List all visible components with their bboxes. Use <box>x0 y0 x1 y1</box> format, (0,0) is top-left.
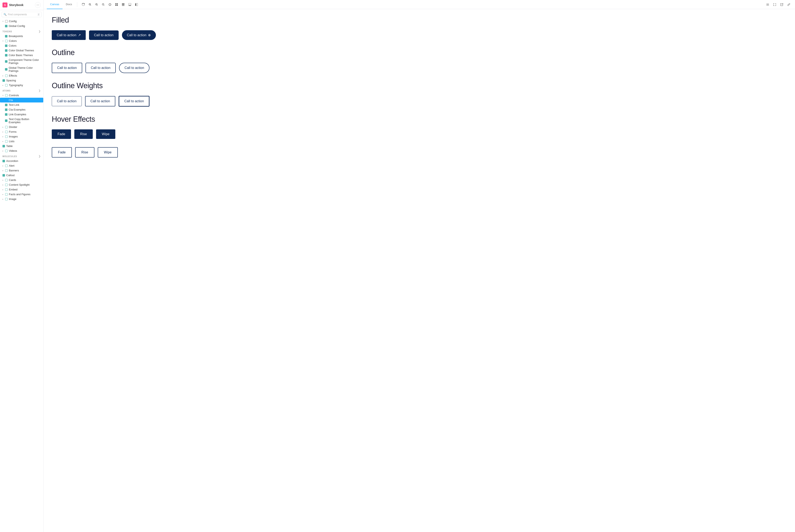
sidebar-item-label: Global Config <box>9 24 25 27</box>
group-icon <box>5 184 8 186</box>
sidebar-item-label: Color Basic Themes <box>9 54 33 57</box>
molecules-toggle[interactable]: ❯ <box>38 155 41 158</box>
section-atoms: ATOMS ❯ <box>0 88 43 93</box>
filled-square-button[interactable]: Call to action ↗ <box>52 30 86 40</box>
arrow-icon: ↗ <box>78 33 81 37</box>
sidebar-item-colors[interactable]: Colors <box>0 43 43 48</box>
refresh-button[interactable] <box>80 2 86 7</box>
sidebar-item-config[interactable]: ▾ Config <box>0 19 43 24</box>
search-shortcut: / <box>37 13 40 16</box>
tokens-toggle[interactable]: ❯ <box>38 30 41 33</box>
sidebar-item-cards[interactable]: ▸ Cards <box>0 177 43 183</box>
component-view-button[interactable] <box>114 2 119 7</box>
sidebar-item-breakpoints[interactable]: Breakpoints <box>0 34 43 38</box>
sidebar-item-banners[interactable]: ▸ Banners <box>0 168 43 173</box>
item-icon <box>2 79 5 82</box>
expand-icon: ▸ <box>2 184 3 186</box>
app-name: Storybook <box>9 3 23 7</box>
sidebar-item-text-link[interactable]: Text Link <box>0 102 43 107</box>
sidebar-item-text-copy-button-examples[interactable]: Text Copy Button Examples <box>0 117 43 125</box>
group-icon <box>5 198 8 201</box>
sidebar-item-color-global-themes[interactable]: Color Global Themes <box>0 48 43 53</box>
outline-rounded-button[interactable]: Call to action <box>86 63 116 73</box>
panel-button[interactable] <box>127 2 133 7</box>
sidebar-item-images[interactable]: ▸ Images <box>0 134 43 139</box>
sidebar-menu-button[interactable]: ··· <box>35 2 41 8</box>
outline-thin-button[interactable]: Call to action <box>52 96 82 106</box>
atoms-toggle[interactable]: ❯ <box>38 89 41 92</box>
sidebar-item-cta-examples[interactable]: Cta Examples <box>0 107 43 112</box>
toolbar-divider <box>77 2 77 7</box>
sidebar-item-alert[interactable]: ▸ Alert <box>0 163 43 168</box>
filled-pill-button[interactable]: Call to action ⊕ <box>122 30 156 40</box>
sidebar-item-link-examples[interactable]: Link Examples <box>0 112 43 117</box>
app-logo: S Storybook <box>2 2 23 7</box>
zoom-out-button[interactable] <box>94 2 99 7</box>
item-icon <box>5 113 7 116</box>
hover-effects-filled-row: Fade Rise Wipe <box>52 129 787 139</box>
item-icon <box>5 54 7 57</box>
outline-pill-button[interactable]: Call to action <box>119 63 150 73</box>
sidebar-item-label: Embed <box>9 188 17 191</box>
sidebar-item-label: Table <box>6 145 13 148</box>
grid-view-button[interactable] <box>120 2 126 7</box>
expand-icon: ▸ <box>2 189 3 191</box>
hover-wipe-filled-button[interactable]: Wipe <box>96 129 115 139</box>
sidebar-item-color-basic-themes[interactable]: Color Basic Themes <box>0 53 43 58</box>
outline-thick-button[interactable]: Call to action <box>119 96 150 107</box>
logo-icon: S <box>2 2 7 7</box>
sidebar-item-image[interactable]: ▸ Image <box>0 197 43 202</box>
sidebar-item-lists[interactable]: ▸ Lists <box>0 139 43 144</box>
sidebar-item-component-theme-color-pairings[interactable]: Component Theme Color Pairings <box>0 58 43 65</box>
tab-canvas[interactable]: Canvas <box>47 0 62 9</box>
hover-fade-filled-button[interactable]: Fade <box>52 129 71 139</box>
svg-rect-4 <box>122 3 125 4</box>
hover-rise-filled-button-label: Rise <box>80 132 87 136</box>
sidebar-item-label: Images <box>9 135 18 138</box>
zoom-in-button[interactable] <box>87 2 93 7</box>
sidebar-item-effects[interactable]: ▸ Effects <box>0 73 43 78</box>
sidebar-item-cta[interactable]: Cta <box>0 98 43 102</box>
sidebar-item-facts-and-figures[interactable]: ▸ Facts and Figures <box>0 192 43 197</box>
svg-rect-11 <box>766 3 769 4</box>
outline-medium-button[interactable]: Call to action <box>85 96 115 107</box>
sidebar-item-label: Breakpoints <box>9 35 23 38</box>
hover-rise-filled-button[interactable]: Rise <box>74 129 93 139</box>
sidebar-item-global-theme-color-pairings[interactable]: Global Theme Color Pairings <box>0 65 43 73</box>
open-new-tab-button[interactable] <box>779 2 784 7</box>
sidebar-item-callout[interactable]: Callout <box>0 173 43 177</box>
sidebar-item-label: Colors <box>9 44 17 47</box>
hover-wipe-outline-button[interactable]: Wipe <box>98 147 118 157</box>
sidebar-item-accordion[interactable]: Accordion <box>0 158 43 163</box>
group-icon <box>5 150 8 152</box>
sidebar-item-spacing[interactable]: Spacing <box>0 78 43 83</box>
expand-icon: ▾ <box>2 40 3 42</box>
filled-rounded-button[interactable]: Call to action <box>89 31 119 40</box>
expand-icon: ▾ <box>2 94 3 96</box>
sidebar-item-global-config[interactable]: Global Config <box>0 24 43 28</box>
sidebar-item-table[interactable]: Table <box>0 144 43 148</box>
fullscreen-button[interactable] <box>772 2 778 7</box>
section-tokens: TOKENS ❯ <box>0 28 43 34</box>
sidebar-item-controls-group[interactable]: ▾ Controls <box>0 93 43 98</box>
zoom-reset-button[interactable] <box>100 2 106 7</box>
sidebar-item-embed[interactable]: ▸ Embed <box>0 187 43 192</box>
sidebar-toggle-button[interactable] <box>765 2 771 7</box>
hover-rise-outline-button[interactable]: Rise <box>75 147 94 157</box>
sidebar-item-videos[interactable]: ▸ Videos <box>0 148 43 153</box>
item-icon <box>5 49 7 52</box>
sidebar-item-forms[interactable]: ▸ Forms <box>0 129 43 134</box>
search-bar[interactable]: 🔍 Find components / <box>2 12 42 17</box>
hover-fade-outline-button[interactable]: Fade <box>52 147 72 157</box>
outline-square-button[interactable]: Call to action <box>52 63 82 73</box>
sidebar-item-divider[interactable]: ▸ Divider <box>0 125 43 129</box>
sidebar-item-typography[interactable]: ▸ Typography <box>0 83 43 88</box>
copy-link-button[interactable] <box>786 2 792 7</box>
hover-rise-outline-button-label: Rise <box>81 151 88 154</box>
layout-button[interactable] <box>134 2 139 7</box>
sidebar-item-content-spotlight[interactable]: ▸ Content Spotlight <box>0 183 43 187</box>
hover-wipe-outline-button-label: Wipe <box>104 151 112 154</box>
info-button[interactable] <box>107 2 113 7</box>
tab-docs[interactable]: Docs <box>62 0 75 9</box>
sidebar-item-colors-group[interactable]: ▾ Colors <box>0 38 43 43</box>
